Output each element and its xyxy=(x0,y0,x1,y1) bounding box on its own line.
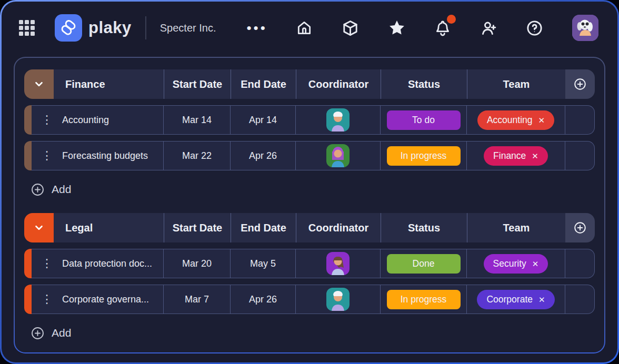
team-tag-label: Finance xyxy=(493,150,526,161)
table-row: ⋮ Data protection doc... Mar 20 May 5 xyxy=(24,249,595,278)
team-tag-label: Accounting xyxy=(487,115,533,126)
add-item-label: Add xyxy=(52,183,71,196)
status-badge[interactable]: In progress xyxy=(387,290,461,309)
group-finance: Finance Start Date End Date Coordinator … xyxy=(24,69,595,200)
top-navigation-bar: plaky Specter Inc. ••• xyxy=(2,2,617,54)
team-cell: Finance ✕ xyxy=(466,141,565,170)
start-date-cell[interactable]: Mar 14 xyxy=(163,106,230,134)
tag-close-icon[interactable]: ✕ xyxy=(538,296,545,304)
empty-cell xyxy=(565,285,594,314)
more-options-icon[interactable]: ••• xyxy=(247,23,267,33)
plaky-logo-icon[interactable] xyxy=(55,14,82,42)
status-badge[interactable]: In progress xyxy=(387,146,461,166)
kebab-menu-icon[interactable]: ⋮ xyxy=(41,114,53,126)
empty-cell xyxy=(565,106,594,134)
status-cell: Done xyxy=(380,249,466,278)
column-header-team: Team xyxy=(467,213,565,242)
team-tag[interactable]: Coorporate ✕ xyxy=(477,290,554,309)
home-icon[interactable] xyxy=(296,19,313,36)
item-name: Corporate governa... xyxy=(62,294,149,305)
coordinator-avatar xyxy=(326,108,350,132)
coordinator-avatar xyxy=(326,252,350,275)
apps-grid-icon[interactable] xyxy=(19,20,35,36)
status-cell: In progress xyxy=(380,285,466,314)
team-cell: Accounting ✕ xyxy=(466,106,565,134)
column-header-status: Status xyxy=(381,69,467,99)
column-header-start-date: Start Date xyxy=(164,69,231,99)
end-date-cell[interactable]: May 5 xyxy=(230,249,295,278)
table-row: ⋮ Forecasting budgets Mar 22 Apr 26 xyxy=(24,141,595,170)
topbar-actions: ••• xyxy=(247,15,599,41)
end-date-cell[interactable]: Apr 14 xyxy=(230,106,295,134)
end-date-cell[interactable]: Apr 26 xyxy=(230,285,295,314)
row-accent-bar xyxy=(24,249,32,278)
coordinator-cell[interactable] xyxy=(295,249,380,278)
plaky-app-window: plaky Specter Inc. ••• xyxy=(2,2,617,362)
group-legal: Legal Start Date End Date Coordinator St… xyxy=(24,213,595,344)
workspace-selector[interactable]: Specter Inc. xyxy=(160,22,216,34)
column-header-status: Status xyxy=(381,213,467,242)
collapse-chevron-icon[interactable] xyxy=(24,69,54,99)
start-date-cell[interactable]: Mar 22 xyxy=(163,141,230,170)
brand: plaky xyxy=(55,14,132,42)
favorites-star-icon[interactable] xyxy=(388,19,406,37)
boards-cube-icon[interactable] xyxy=(342,19,359,37)
add-item-button[interactable]: Add xyxy=(31,178,71,200)
team-tag-label: Coorporate xyxy=(486,294,533,305)
board: Finance Start Date End Date Coordinator … xyxy=(15,58,604,352)
notifications-bell-icon[interactable] xyxy=(434,19,451,36)
table-row: ⋮ Corporate governa... Mar 7 Apr 26 xyxy=(24,285,595,314)
status-cell: To do xyxy=(380,106,466,134)
apps-grid-glyph xyxy=(19,20,35,36)
status-cell: In progress xyxy=(380,141,466,170)
invite-member-icon[interactable] xyxy=(480,19,497,37)
table-row: ⋮ Accounting Mar 14 Apr 14 xyxy=(24,105,595,135)
start-date-cell[interactable]: Mar 20 xyxy=(163,249,230,278)
kebab-menu-icon[interactable]: ⋮ xyxy=(41,294,53,305)
team-tag-label: Security xyxy=(493,258,526,269)
coordinator-cell[interactable] xyxy=(295,106,380,134)
team-tag[interactable]: Security ✕ xyxy=(484,254,548,274)
kebab-menu-icon[interactable]: ⋮ xyxy=(41,258,53,269)
column-header-coordinator: Coordinator xyxy=(296,213,381,242)
status-badge[interactable]: To do xyxy=(387,110,461,130)
add-column-icon[interactable] xyxy=(565,69,595,99)
group-header: Finance Start Date End Date Coordinator … xyxy=(24,69,595,99)
kebab-menu-icon[interactable]: ⋮ xyxy=(41,150,53,161)
coordinator-cell[interactable] xyxy=(295,141,380,170)
row-accent-bar xyxy=(24,105,32,135)
coordinator-avatar xyxy=(326,288,350,311)
coordinator-cell[interactable] xyxy=(295,285,380,314)
tag-close-icon[interactable]: ✕ xyxy=(532,152,538,160)
end-date-cell[interactable]: Apr 26 xyxy=(230,141,295,170)
group-title[interactable]: Legal xyxy=(54,213,164,242)
column-header-coordinator: Coordinator xyxy=(296,69,381,99)
add-item-button[interactable]: Add xyxy=(31,322,71,344)
group-spacer xyxy=(24,200,595,213)
item-name: Forecasting budgets xyxy=(62,150,148,161)
tag-close-icon[interactable]: ✕ xyxy=(538,116,545,124)
item-name-cell[interactable]: ⋮ Accounting xyxy=(32,106,163,134)
item-name-cell[interactable]: ⋮ Forecasting budgets xyxy=(32,141,163,170)
item-name-cell[interactable]: ⋮ Corporate governa... xyxy=(32,285,163,314)
collapse-chevron-icon[interactable] xyxy=(24,213,54,242)
column-header-team: Team xyxy=(467,69,565,99)
team-tag[interactable]: Finance ✕ xyxy=(484,146,548,166)
notification-dot xyxy=(447,15,456,24)
item-name-cell[interactable]: ⋮ Data protection doc... xyxy=(32,249,163,278)
screen-frame: plaky Specter Inc. ••• xyxy=(0,0,619,364)
group-title[interactable]: Finance xyxy=(54,69,164,99)
coordinator-avatar xyxy=(326,144,350,167)
team-tag[interactable]: Accounting ✕ xyxy=(477,110,554,130)
row-accent-bar xyxy=(24,141,32,170)
empty-cell xyxy=(565,249,594,278)
user-avatar[interactable] xyxy=(572,15,598,41)
team-cell: Security ✕ xyxy=(466,249,565,278)
tag-close-icon[interactable]: ✕ xyxy=(532,260,539,268)
empty-cell xyxy=(565,141,594,170)
start-date-cell[interactable]: Mar 7 xyxy=(163,285,230,314)
column-header-end-date: End Date xyxy=(231,69,296,99)
status-badge[interactable]: Done xyxy=(387,254,461,274)
add-column-icon[interactable] xyxy=(565,213,595,242)
help-icon[interactable] xyxy=(526,19,543,37)
